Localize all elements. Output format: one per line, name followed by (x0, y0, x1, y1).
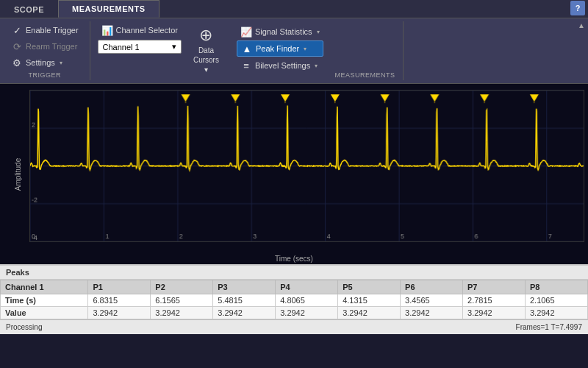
maximize-button[interactable]: ▲ (575, 21, 588, 80)
bilevel-settings-icon: ≡ (240, 60, 252, 71)
peaks-col-p6: P6 (401, 280, 463, 294)
scope-area: Amplitude 4 2 0 -2 -4 Time (secs) (0, 84, 588, 264)
peaks-row-label: Time (s) (1, 294, 88, 307)
trigger-buttons: ✓ Enable Trigger ⟳ Rearm Trigger ⚙ Setti… (7, 23, 82, 70)
trigger-group: ✓ Enable Trigger ⟳ Rearm Trigger ⚙ Setti… (0, 21, 90, 80)
peaks-cell: 2.7815 (463, 294, 526, 307)
peaks-cell: 3.2942 (151, 307, 213, 319)
ribbon: ✓ Enable Trigger ⟳ Rearm Trigger ⚙ Setti… (0, 18, 588, 84)
x-axis-label: Time (secs) (275, 255, 313, 263)
enable-trigger-icon: ✓ (11, 24, 23, 36)
rearm-trigger-label: Rearm Trigger (26, 42, 77, 51)
peaks-cell: 3.2942 (525, 307, 587, 319)
tab-scope[interactable]: SCOPE (0, 1, 58, 18)
channel-selector-button[interactable]: 📊 Channel Selector (98, 23, 182, 38)
channel-dropdown[interactable]: Channel 1 ▾ (98, 40, 182, 54)
status-bar: Processing Frames=1 T=7.4997 (0, 319, 588, 334)
measurements-group: 📊 Channel Selector Channel 1 ▾ ⊕ Data Cu… (90, 21, 404, 80)
scope-canvas (30, 91, 584, 241)
peak-finder-label: Peak Finder (256, 44, 299, 53)
data-cursors-arrow: ▾ (204, 66, 208, 74)
settings-label: Settings (26, 58, 55, 67)
table-row: Value3.29423.29423.29423.29423.29423.294… (1, 307, 588, 319)
data-cursors-label2: Cursors (193, 56, 219, 64)
peak-finder-button[interactable]: ▲ Peak Finder ▾ (237, 40, 323, 57)
peaks-cell: 3.2942 (401, 307, 463, 319)
peaks-col-p8: P8 (525, 280, 587, 294)
bilevel-settings-arrow: ▾ (315, 63, 318, 69)
channel-selector-label: Channel Selector (116, 26, 178, 35)
peaks-cell: 3.2942 (338, 307, 401, 319)
peaks-table: Channel 1 P1 P2 P3 P4 P5 P6 P7 P8 Time (… (0, 280, 588, 319)
trigger-group-label: TRIGGER (29, 71, 62, 79)
y-ticks: 4 2 0 -2 -4 (7, 90, 28, 242)
peaks-cell: 3.2942 (213, 307, 276, 319)
peaks-cell: 5.4815 (213, 294, 276, 307)
peaks-section: Peaks Channel 1 P1 P2 P3 P4 P5 P6 P7 P8 … (0, 264, 588, 319)
settings-icon: ⚙ (11, 57, 23, 68)
peaks-row-label: Value (1, 307, 88, 319)
data-cursors-label: Data (198, 46, 214, 54)
channel-selector-icon: 📊 (101, 24, 113, 36)
tab-measurements[interactable]: MEASUREMENTS (58, 0, 159, 18)
peaks-cell: 4.8065 (276, 294, 338, 307)
peaks-col-p5: P5 (338, 280, 401, 294)
signal-statistics-label: Signal Statistics (255, 27, 312, 36)
peaks-cell: 3.4565 (401, 294, 463, 307)
peaks-cell: 6.8315 (88, 294, 151, 307)
peaks-cell: 3.2942 (463, 307, 526, 319)
channel-dropdown-arrow: ▾ (172, 42, 176, 52)
bilevel-settings-button[interactable]: ≡ Bilevel Settings ▾ (237, 58, 323, 73)
tabs-bar: SCOPE MEASUREMENTS ? (0, 0, 588, 18)
peaks-col-p7: P7 (463, 280, 526, 294)
rearm-trigger-icon: ⟳ (11, 40, 23, 52)
help-button[interactable]: ? (570, 1, 585, 15)
peaks-col-p3: P3 (213, 280, 276, 294)
data-cursors-icon: ⊕ (199, 26, 212, 45)
peaks-col-p2: P2 (151, 280, 213, 294)
table-row: Time (s)6.83156.15655.48154.80654.13153.… (1, 294, 588, 307)
peaks-cell: 6.1565 (151, 294, 213, 307)
scope-inner (29, 90, 584, 242)
signal-statistics-arrow: ▾ (317, 29, 320, 35)
rearm-trigger-button[interactable]: ⟳ Rearm Trigger (7, 39, 82, 54)
peaks-cell: 4.1315 (338, 294, 401, 307)
peaks-cell: 3.2942 (276, 307, 338, 319)
bilevel-settings-label: Bilevel Settings (255, 61, 310, 70)
channel-dropdown-value: Channel 1 (103, 43, 140, 52)
peak-finder-icon: ▲ (241, 43, 253, 54)
status-left: Processing (6, 323, 42, 331)
enable-trigger-label: Enable Trigger (26, 26, 79, 35)
peaks-col-channel: Channel 1 (1, 280, 88, 294)
signal-statistics-icon: 📈 (240, 26, 252, 38)
peaks-cell: 3.2942 (88, 307, 151, 319)
right-measurements-group: 📈 Signal Statistics ▾ ▲ Peak Finder ▾ ≡ … (231, 23, 329, 74)
measurements-group-label: MEASUREMENTS (335, 71, 395, 79)
settings-button[interactable]: ⚙ Settings ▾ (7, 55, 82, 70)
status-right: Frames=1 T=7.4997 (516, 323, 582, 331)
settings-dropdown-arrow: ▾ (60, 60, 62, 66)
peak-finder-arrow: ▾ (304, 46, 306, 52)
data-cursors-button[interactable]: ⊕ Data Cursors ▾ (187, 23, 225, 77)
peaks-cell: 2.1065 (525, 294, 587, 307)
signal-statistics-button[interactable]: 📈 Signal Statistics ▾ (237, 24, 323, 39)
peaks-title: Peaks (0, 266, 588, 280)
peaks-col-p4: P4 (276, 280, 338, 294)
enable-trigger-button[interactable]: ✓ Enable Trigger (7, 23, 82, 38)
peaks-col-p1: P1 (88, 280, 151, 294)
